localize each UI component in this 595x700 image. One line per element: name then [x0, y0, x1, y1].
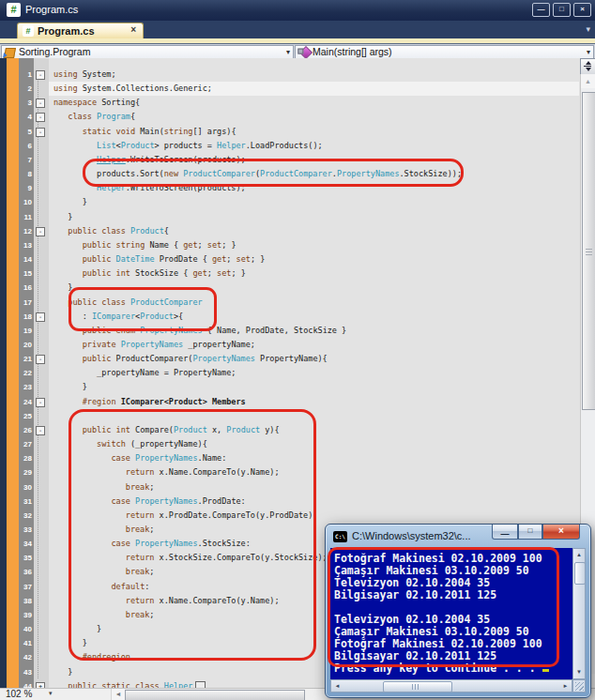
csharp-file-icon: #	[7, 3, 21, 17]
console-scroll-right-button[interactable]: ►	[559, 680, 572, 692]
code-line[interactable]: public DateTime ProdDate { get; set; }	[49, 252, 579, 266]
code-line[interactable]: private PropertyNames _propertyName;	[49, 338, 579, 352]
code-line[interactable]: public string Name { get; set; }	[49, 238, 579, 252]
console-minimize-button[interactable]: —	[492, 525, 518, 540]
console-scroll-down-button[interactable]: ▼	[573, 666, 585, 678]
line-number: 5	[19, 125, 32, 139]
console-close-button[interactable]: ×	[542, 525, 580, 540]
code-token: PropertyNames	[121, 340, 184, 349]
minimize-button[interactable]: —	[532, 3, 550, 17]
code-token: return	[126, 467, 155, 477]
code-line[interactable]: switch (_propertyName){	[49, 437, 579, 451]
fold-toggle-icon[interactable]: -	[36, 426, 45, 435]
code-line[interactable]: Helper.WriteToScreen(products);	[49, 153, 579, 167]
console-scroll-left-button[interactable]: ◄	[331, 680, 343, 692]
console-hscroll-thumb[interactable]	[383, 681, 452, 692]
code-line[interactable]	[49, 409, 579, 423]
members-dropdown[interactable]: Main(string[] args) ▾	[295, 45, 594, 59]
close-button[interactable]: ×	[573, 3, 591, 17]
editor-splitter-handle[interactable]	[580, 58, 595, 75]
code-line[interactable]: : IComparer<Product>{	[49, 310, 579, 324]
code-line[interactable]: class Program{	[49, 110, 579, 124]
horizontal-scrollbar-thumb[interactable]	[125, 690, 305, 700]
code-line[interactable]: }	[49, 281, 579, 295]
line-number: 41	[19, 636, 32, 650]
scroll-left-button[interactable]: ◄	[111, 689, 125, 700]
code-token: get	[183, 240, 197, 250]
code-line[interactable]: using System;	[49, 68, 579, 82]
code-token	[53, 240, 83, 250]
line-number: 26	[19, 423, 32, 437]
code-line[interactable]: public int Compare(Product x, Product y)…	[49, 423, 579, 437]
console-scroll-up-button[interactable]: ▲	[573, 549, 585, 561]
code-line[interactable]: public class Product{	[49, 224, 579, 238]
code-token	[53, 183, 97, 192]
fold-toggle-icon[interactable]: -	[36, 70, 45, 80]
code-line[interactable]: List<Product> products = Helper.LoadProd…	[49, 139, 579, 153]
tab-program-cs[interactable]: # Program.cs ×	[17, 23, 144, 39]
vertical-scrollbar-thumb[interactable]	[582, 92, 595, 410]
line-number: 43	[19, 665, 32, 679]
code-token: PropertyNames	[135, 496, 198, 506]
code-line[interactable]: }	[49, 195, 579, 209]
tab-close-icon[interactable]: ×	[130, 24, 136, 35]
code-token: Product	[121, 141, 155, 150]
console-horizontal-scrollbar[interactable]: ◄ ►	[330, 679, 572, 692]
code-line[interactable]: using System.Collections.Generic;	[49, 82, 579, 96]
types-dropdown[interactable]: Sorting.Program ▾	[1, 45, 294, 59]
window-controls: — □ ×	[532, 3, 591, 17]
method-icon	[299, 46, 313, 59]
chevron-down-icon[interactable]: ▾	[49, 690, 53, 697]
fold-toggle-icon[interactable]: -	[36, 128, 45, 137]
chevron-down-icon[interactable]: ▾	[286, 48, 290, 56]
tab-list-dropdown-icon[interactable]: ▾	[586, 24, 590, 34]
code-token: }	[53, 624, 101, 633]
code-token: using	[53, 69, 78, 79]
code-line[interactable]: _propertyName = PropertyName;	[49, 366, 579, 380]
code-line[interactable]: case PropertyNames.Name:	[49, 451, 579, 465]
code-line[interactable]: #region IComparer<Product> Members	[49, 395, 579, 409]
code-line[interactable]: return x.ProdDate.CompareTo(y.ProdDate);	[49, 509, 579, 523]
console-vscroll-thumb[interactable]	[574, 562, 586, 585]
code-line[interactable]: Helper.WriteToScreen(products);	[49, 181, 579, 195]
console-vertical-scrollbar[interactable]: ▲ ▼	[572, 548, 586, 679]
code-token: public	[83, 354, 112, 363]
zoom-level-select[interactable]: 102 %	[6, 689, 32, 699]
line-number: 9	[19, 181, 32, 195]
console-maximize-button[interactable]: □	[518, 525, 542, 540]
code-line[interactable]: public enum PropertyNames { Name, ProdDa…	[49, 324, 579, 338]
code-line[interactable]: static void Main(string[] args){	[49, 125, 579, 139]
fold-toggle-icon[interactable]: -	[36, 355, 45, 364]
code-line[interactable]: public class ProductComparer	[49, 296, 579, 310]
fold-toggle-icon[interactable]: -	[36, 398, 45, 407]
code-token: break	[126, 482, 150, 492]
code-token: > products =	[155, 141, 218, 150]
resize-grip-icon[interactable]	[572, 679, 586, 692]
maximize-button[interactable]: □	[553, 3, 571, 17]
fold-toggle-icon[interactable]: -	[36, 113, 45, 122]
code-token: ProductComparer	[130, 297, 203, 307]
code-line[interactable]: }	[49, 380, 579, 394]
navigation-bar: Sorting.Program ▾ Main(string[] args) ▾	[0, 43, 595, 58]
chevron-down-icon[interactable]: ▾	[587, 48, 590, 56]
code-line[interactable]: namespace Sorting{	[49, 96, 579, 110]
code-line[interactable]: return x.Name.CompareTo(y.Name);	[49, 465, 579, 479]
fold-toggle-icon[interactable]: -	[36, 227, 45, 236]
code-line[interactable]: break;	[49, 480, 579, 495]
scroll-up-button[interactable]: ▲	[581, 74, 595, 88]
outlining-margin	[34, 58, 49, 688]
tab-label: Program.cs	[38, 25, 95, 37]
fold-toggle-icon[interactable]: -	[36, 312, 45, 322]
console-window[interactable]: C:\ C:\Windows\system32\c... — □ × Fotoğ…	[325, 524, 591, 698]
window-title-bar[interactable]: # Program.cs — □ ×	[0, 0, 595, 21]
code-line[interactable]: }	[49, 210, 579, 224]
code-line[interactable]: case PropertyNames.ProdDate:	[49, 495, 579, 509]
code-line[interactable]: public int StockSize { get; set; }	[49, 266, 579, 281]
code-token: StockSize {	[130, 268, 193, 278]
code-token: return	[126, 553, 155, 562]
code-line[interactable]: products.Sort(new ProductComparer(Produc…	[49, 167, 579, 181]
code-line[interactable]: public ProductComparer(PropertyNames Pro…	[49, 352, 579, 366]
code-token: IComparer<Product> Members	[116, 397, 246, 406]
fold-toggle-icon[interactable]: -	[36, 99, 45, 108]
code-token	[53, 268, 83, 278]
